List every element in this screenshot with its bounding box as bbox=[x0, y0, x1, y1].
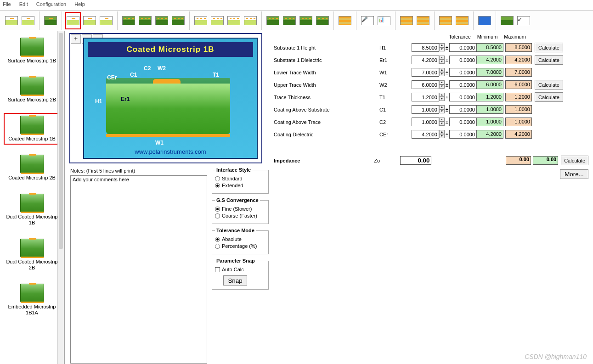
tb-3d-icon[interactable] bbox=[337, 12, 353, 29]
param-spinner[interactable]: ▲▼ bbox=[439, 80, 445, 89]
param-max: 4.2000 bbox=[505, 56, 532, 64]
param-row-CEr: Coating Dielectric CEr ▲▼ ± 4.2000 4.200… bbox=[274, 128, 588, 140]
tb-strip-2[interactable] bbox=[282, 12, 297, 29]
radio-fine[interactable]: Fine (Slower) bbox=[215, 206, 265, 212]
tb-embed-4[interactable] bbox=[243, 12, 258, 29]
tb-last-2[interactable]: ↙ bbox=[516, 12, 531, 29]
calculate-button[interactable]: Calculate bbox=[535, 92, 563, 102]
zoom-in-button[interactable]: + bbox=[71, 34, 81, 44]
impedance-min: 0.00 bbox=[506, 156, 531, 165]
tb-strip-4[interactable] bbox=[315, 12, 330, 29]
impedance-value-input[interactable] bbox=[400, 156, 431, 165]
radio-percentage[interactable]: Percentage (%) bbox=[215, 243, 265, 249]
tb-coated-small[interactable] bbox=[43, 12, 58, 29]
menu-help[interactable]: Help bbox=[74, 1, 85, 9]
param-value-input[interactable] bbox=[412, 56, 439, 64]
gs-convergence-legend: G.S Convergence bbox=[215, 197, 260, 203]
param-value-input[interactable] bbox=[412, 130, 439, 139]
param-tolerance-input[interactable] bbox=[449, 130, 477, 139]
param-tolerance-input[interactable] bbox=[449, 56, 477, 64]
param-spinner[interactable]: ▲▼ bbox=[439, 105, 445, 114]
sidebar-thumb-icon bbox=[20, 284, 44, 302]
param-spinner[interactable]: ▲▼ bbox=[439, 93, 445, 101]
param-value-input[interactable] bbox=[412, 68, 439, 77]
tb-chart-icon[interactable]: 📊 bbox=[376, 12, 392, 29]
tb-dual-1[interactable] bbox=[121, 12, 136, 29]
menu-configuration[interactable]: Configuration bbox=[36, 1, 66, 9]
tb-strip-1[interactable] bbox=[265, 12, 281, 29]
radio-absolute[interactable]: Absolute bbox=[215, 236, 265, 242]
tb-embed-1[interactable] bbox=[193, 12, 209, 29]
tb-coated-1b[interactable] bbox=[65, 12, 81, 29]
sidebar-item-3[interactable]: Coated Microstrip 2B bbox=[4, 152, 60, 184]
radio-coarse[interactable]: Coarse (Faster) bbox=[215, 213, 265, 218]
radio-extended[interactable]: Extended bbox=[215, 183, 265, 188]
tolerance-mode-group: Tolerance Mode Absolute Percentage (%) bbox=[212, 228, 269, 254]
param-tolerance-input[interactable] bbox=[449, 43, 477, 52]
tb-dual-3[interactable] bbox=[154, 12, 169, 29]
preview-pane: + − ⌕ Coated Microstrip 1B H1 Er1 W1 W2 … bbox=[69, 33, 262, 163]
tb-style-3[interactable] bbox=[438, 12, 453, 29]
tb-style-4[interactable] bbox=[454, 12, 470, 29]
param-spinner[interactable]: ▲▼ bbox=[439, 56, 445, 64]
snap-button[interactable]: Snap bbox=[223, 275, 247, 286]
notes-textarea[interactable]: Add your comments here bbox=[70, 175, 207, 364]
calculate-button[interactable]: Calculate bbox=[535, 80, 563, 90]
menu-edit[interactable]: Edit bbox=[19, 1, 28, 9]
tb-embed-2[interactable] bbox=[209, 12, 225, 29]
tb-style-1[interactable] bbox=[399, 12, 414, 29]
param-tolerance-input[interactable] bbox=[449, 68, 477, 77]
check-auto-calc[interactable]: Auto Calc bbox=[215, 267, 265, 272]
param-spinner[interactable]: ▲▼ bbox=[439, 130, 445, 139]
tb-surface-2b[interactable] bbox=[20, 12, 36, 29]
more-button[interactable]: More... bbox=[560, 169, 588, 179]
sidebar-item-0[interactable]: Surface Microstrip 1B bbox=[4, 35, 60, 67]
label-c2: C2 bbox=[144, 65, 151, 72]
param-spinner[interactable]: ▲▼ bbox=[439, 43, 445, 52]
sidebar-item-label: Dual Coated Microstrip 1B bbox=[6, 214, 58, 226]
radio-standard[interactable]: Standard bbox=[215, 176, 265, 181]
tb-coated-2b[interactable] bbox=[82, 12, 97, 29]
param-tolerance-input[interactable] bbox=[449, 80, 477, 89]
param-spinner[interactable]: ▲▼ bbox=[439, 68, 445, 77]
tb-style-2[interactable] bbox=[415, 12, 431, 29]
tb-last-1[interactable] bbox=[499, 12, 515, 29]
tb-strip-3[interactable] bbox=[298, 12, 314, 29]
sidebar-item-4[interactable]: Dual Coated Microstrip 1B bbox=[4, 191, 60, 229]
param-value-input[interactable] bbox=[412, 93, 439, 101]
sidebar-item-2[interactable]: Coated Microstrip 1B bbox=[4, 113, 60, 145]
model-list-panel: Surface Microstrip 1B Surface Microstrip… bbox=[0, 31, 64, 364]
tb-embed-3[interactable] bbox=[226, 12, 242, 29]
param-min: 1.2000 bbox=[477, 93, 503, 101]
param-row-W2: Upper Trace Width W2 ▲▼ ± 6.0000 6.0000 … bbox=[274, 78, 588, 91]
calculate-button[interactable]: Calculate bbox=[535, 43, 563, 52]
tb-grid-icon[interactable] bbox=[477, 12, 492, 29]
param-spinner[interactable]: ▲▼ bbox=[439, 118, 445, 126]
param-tolerance-input[interactable] bbox=[449, 105, 477, 114]
sidebar-item-1[interactable]: Surface Microstrip 2B bbox=[4, 74, 60, 106]
label-w1: W1 bbox=[155, 140, 164, 146]
sidebar-item-5[interactable]: Dual Coated Microstrip 2B bbox=[4, 236, 60, 274]
param-value-input[interactable] bbox=[412, 105, 439, 114]
param-value-input[interactable] bbox=[412, 80, 439, 89]
param-symbol: C2 bbox=[379, 119, 407, 125]
param-name: Coating Above Substrate bbox=[274, 107, 379, 112]
tb-mic-icon[interactable]: 🎤 bbox=[360, 12, 375, 29]
label-cer: CEr bbox=[107, 74, 117, 81]
calculate-button[interactable]: Calculate bbox=[535, 55, 563, 65]
sidebar-item-6[interactable]: Embedded Microstrip 1B1A bbox=[4, 281, 60, 319]
param-tolerance-input[interactable] bbox=[449, 93, 477, 101]
tb-dual-2[interactable] bbox=[137, 12, 153, 29]
param-value-input[interactable] bbox=[412, 118, 439, 126]
header-tolerance: Tolerance bbox=[448, 34, 471, 39]
sidebar-scrollbar[interactable] bbox=[57, 31, 64, 364]
tb-surface-1b[interactable] bbox=[4, 12, 19, 29]
menu-file[interactable]: File bbox=[3, 1, 11, 9]
param-value-input[interactable] bbox=[412, 43, 439, 52]
tb-coated-3[interactable] bbox=[98, 12, 114, 29]
tb-dual-4[interactable] bbox=[170, 12, 186, 29]
impedance-max: 0.00 bbox=[533, 156, 558, 165]
param-tolerance-input[interactable] bbox=[449, 118, 477, 126]
impedance-calculate-button[interactable]: Calculate bbox=[561, 156, 588, 165]
menu-bar: File Edit Configuration Help bbox=[0, 0, 593, 10]
